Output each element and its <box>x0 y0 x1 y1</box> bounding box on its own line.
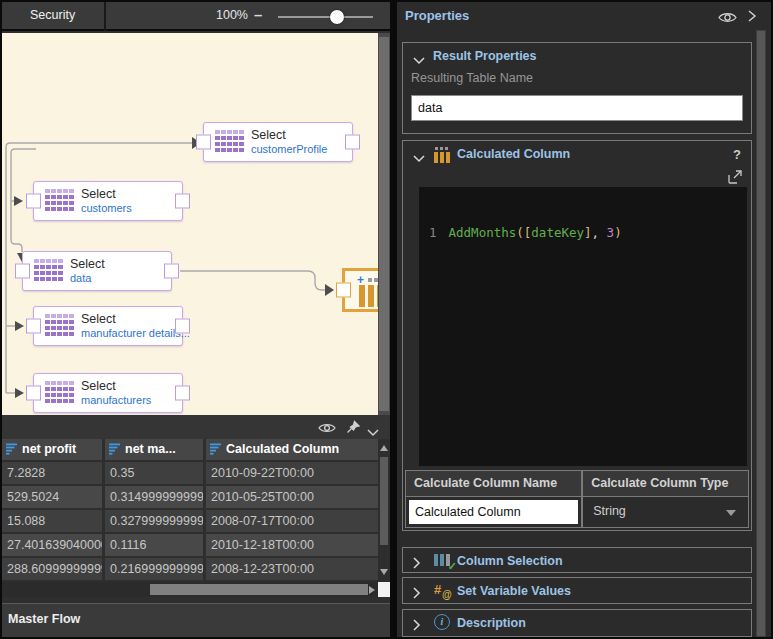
grid-horizontal-scrollbar[interactable] <box>2 582 378 597</box>
chevron-down-icon[interactable] <box>412 149 426 167</box>
cell[interactable]: 2010-05-25T00:00 <box>206 486 378 508</box>
input-port[interactable] <box>15 264 30 279</box>
column-name-cell <box>405 496 582 528</box>
set-variable-values-icon: # @ <box>434 582 454 600</box>
cell[interactable]: 2010-09-22T00:00 <box>206 462 378 484</box>
resulting-table-name-input[interactable] <box>411 95 743 121</box>
output-port[interactable] <box>345 135 360 150</box>
cell[interactable]: 15.088 <box>2 510 102 532</box>
scroll-up-arrow[interactable] <box>380 445 388 451</box>
output-port[interactable] <box>164 264 179 279</box>
zoom-slider[interactable] <box>278 16 373 18</box>
data-preview-panel: net profit net ma... Calculated Column 7… <box>2 415 390 603</box>
node-select-customerProfile[interactable]: Select customerProfile <box>203 122 353 162</box>
input-port[interactable] <box>26 386 41 401</box>
chevron-right-icon[interactable] <box>412 556 421 574</box>
cell[interactable]: 288.6099999999999 <box>2 558 102 580</box>
cell[interactable]: 0.1116 <box>105 534 203 556</box>
scroll-down-arrow[interactable] <box>380 569 388 575</box>
cell[interactable]: 529.5024 <box>2 486 102 508</box>
help-icon[interactable]: ? <box>733 147 741 162</box>
properties-scrollbar-thumb[interactable] <box>757 31 765 636</box>
section-column-selection: ✓ Column Selection <box>402 547 752 573</box>
zoom-out-button[interactable]: – <box>254 2 262 31</box>
node-select-data[interactable]: Select data <box>22 251 172 291</box>
node-title: Select <box>70 257 105 271</box>
grid-hscrollbar-thumb[interactable] <box>150 584 368 595</box>
eye-icon[interactable] <box>718 10 737 28</box>
cell[interactable]: 27.4016390400000 <box>2 534 102 556</box>
chevron-right-icon[interactable] <box>412 618 421 636</box>
column-header-net-profit[interactable]: net profit <box>2 439 102 460</box>
cell[interactable]: 2010-12-18T00:00 <box>206 534 378 556</box>
section-title: Result Properties <box>433 49 537 63</box>
info-icon: i <box>434 614 450 630</box>
table-grid-icon <box>34 259 39 263</box>
tab-security[interactable]: Security <box>2 2 106 31</box>
chevron-right-icon[interactable] <box>412 586 421 604</box>
node-title: Select <box>81 379 151 393</box>
canvas-tab-bar: Security 100% – <box>2 2 390 31</box>
section-header[interactable]: Result Properties <box>403 43 751 70</box>
input-port[interactable] <box>26 319 41 334</box>
node-subtitle: customerProfile <box>251 143 327 155</box>
node-subtitle: manufacturers <box>81 394 151 406</box>
output-port[interactable] <box>175 319 190 334</box>
cell[interactable]: 0.21699999999999 <box>105 558 203 580</box>
node-subtitle: customers <box>81 202 132 214</box>
canvas-vertical-scrollbar[interactable] <box>378 33 390 415</box>
calculated-column-icon <box>434 147 452 163</box>
section-title: Calculated Column <box>457 147 570 161</box>
cell[interactable]: 7.2828 <box>2 462 102 484</box>
column-header-net-margin[interactable]: net ma... <box>105 439 203 460</box>
code-line: 1AddMonths([dateKey], 3) <box>419 217 747 240</box>
scrollbar-corner <box>378 582 390 597</box>
zoom-slider-thumb[interactable] <box>330 10 344 24</box>
node-title: Select <box>81 187 132 201</box>
output-port[interactable] <box>175 386 190 401</box>
cell[interactable]: 2008-07-17T00:00 <box>206 510 378 532</box>
connector-lines <box>2 33 390 415</box>
column-name-input[interactable] <box>409 500 578 524</box>
preview-eye-icon[interactable] <box>318 420 336 438</box>
node-title: Select <box>81 312 190 326</box>
preview-toolbar <box>2 415 390 439</box>
dataflow-canvas[interactable]: Select customerProfile Select customers <box>2 33 390 415</box>
cell[interactable]: 0.35 <box>105 462 203 484</box>
scroll-right-arrow[interactable] <box>369 586 375 594</box>
node-subtitle: data <box>70 272 105 284</box>
properties-vertical-scrollbar[interactable] <box>756 30 766 637</box>
section-title: Set Variable Values <box>457 584 571 598</box>
grid-vertical-scrollbar[interactable] <box>378 439 390 582</box>
expression-code-editor[interactable]: 1AddMonths([dateKey], 3) <box>419 187 747 466</box>
node-title: Select <box>251 128 327 142</box>
flow-editor-pane: Security 100% – <box>2 2 390 637</box>
grid-header-row: net profit net ma... Calculated Column <box>2 439 378 462</box>
node-select-customers[interactable]: Select customers <box>33 181 183 221</box>
cell[interactable]: 0.31499999999999 <box>105 486 203 508</box>
expand-editor-icon[interactable] <box>727 169 743 189</box>
section-header[interactable]: i Description <box>403 610 751 637</box>
chevron-down-icon[interactable] <box>412 51 426 69</box>
section-header[interactable]: Calculated Column ? <box>403 141 751 168</box>
column-type-dropdown[interactable]: String <box>582 496 749 528</box>
section-header[interactable]: # @ Set Variable Values <box>403 578 751 605</box>
cell[interactable]: 2008-12-23T00:00 <box>206 558 378 580</box>
input-port[interactable] <box>196 135 211 150</box>
status-bar-master-flow[interactable]: Master Flow <box>2 603 390 637</box>
section-header[interactable]: ✓ Column Selection <box>403 548 751 575</box>
section-result-properties: Result Properties Resulting Table Name <box>402 42 752 134</box>
pin-icon[interactable] <box>346 420 361 439</box>
table-grid-icon <box>45 314 50 318</box>
node-select-manufacturer-details[interactable]: Select manufacturer details... <box>33 306 183 346</box>
node-select-manufacturers[interactable]: Select manufacturers <box>33 373 183 413</box>
chevron-right-icon[interactable] <box>747 9 757 27</box>
input-port[interactable] <box>336 283 351 298</box>
canvas-scrollbar-thumb[interactable] <box>379 37 389 411</box>
grid-scrollbar-thumb[interactable] <box>380 457 388 545</box>
column-header-calculated-column[interactable]: Calculated Column <box>206 439 378 460</box>
cell[interactable]: 0.32799999999999 <box>105 510 203 532</box>
section-description: i Description <box>402 609 752 637</box>
output-port[interactable] <box>175 194 190 209</box>
input-port[interactable] <box>26 194 41 209</box>
